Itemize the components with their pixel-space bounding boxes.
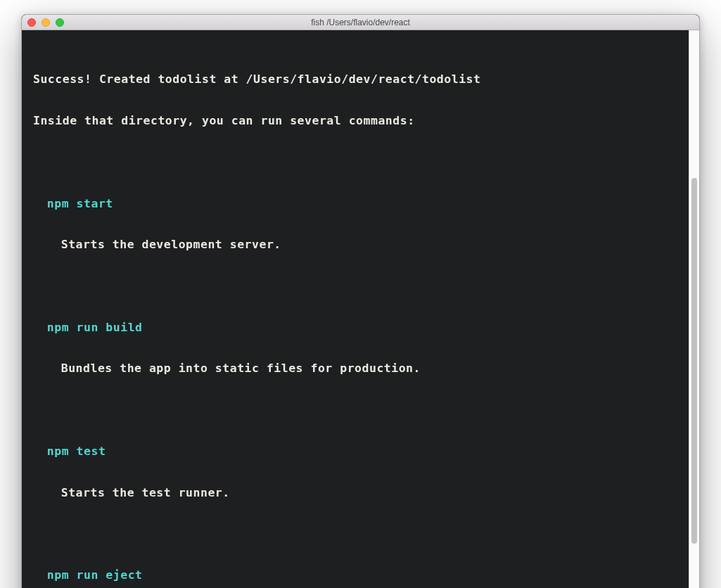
terminal-body[interactable]: Success! Created todolist at /Users/flav… bbox=[22, 30, 689, 588]
blank-line bbox=[33, 276, 677, 296]
traffic-lights bbox=[27, 18, 64, 27]
window-title: fish /Users/flavio/dev/react bbox=[22, 18, 699, 27]
command-label: npm run eject bbox=[33, 565, 677, 585]
command-desc: Starts the development server. bbox=[33, 234, 677, 255]
titlebar: fish /Users/flavio/dev/react bbox=[22, 15, 699, 30]
terminal-window: fish /Users/flavio/dev/react Success! Cr… bbox=[21, 14, 700, 588]
command-label: npm start bbox=[33, 193, 677, 214]
output-line: Inside that directory, you can run sever… bbox=[33, 110, 677, 131]
command-desc: Bundles the app into static files for pr… bbox=[33, 358, 677, 378]
minimize-icon[interactable] bbox=[42, 18, 50, 27]
command-desc: Starts the test runner. bbox=[33, 482, 677, 503]
blank-line bbox=[33, 152, 677, 172]
scrollbar-track[interactable] bbox=[689, 30, 699, 588]
blank-line bbox=[33, 523, 677, 544]
blank-line bbox=[33, 400, 677, 420]
command-label: npm test bbox=[33, 441, 677, 461]
scrollbar-thumb[interactable] bbox=[691, 178, 697, 544]
maximize-icon[interactable] bbox=[56, 18, 64, 27]
command-label: npm run build bbox=[33, 317, 677, 338]
output-line: Success! Created todolist at /Users/flav… bbox=[33, 69, 677, 89]
close-icon[interactable] bbox=[27, 18, 36, 27]
